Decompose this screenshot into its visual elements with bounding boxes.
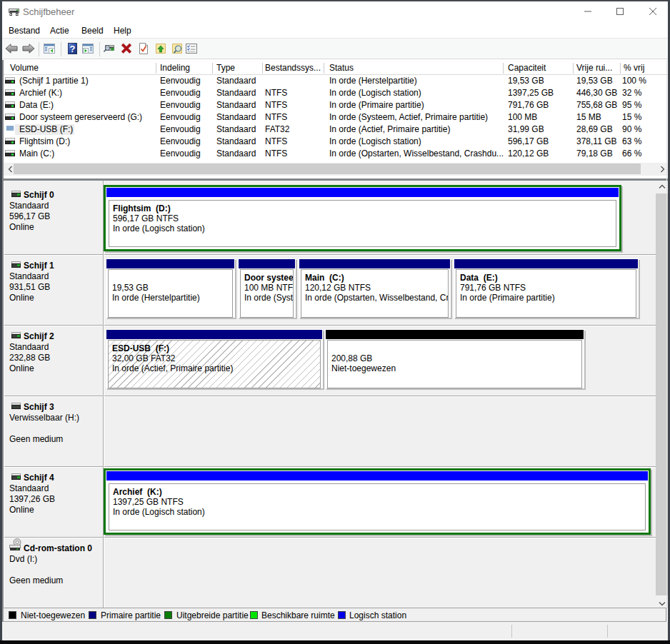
svg-text:?: ? [70,44,76,54]
